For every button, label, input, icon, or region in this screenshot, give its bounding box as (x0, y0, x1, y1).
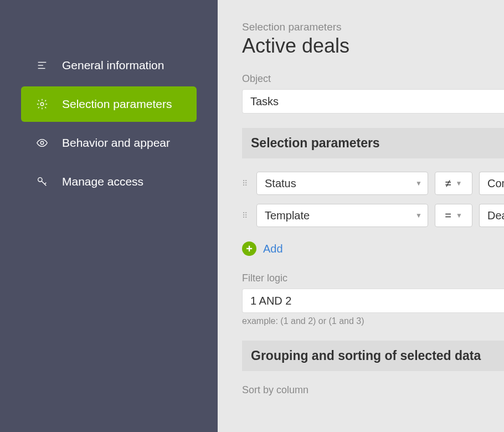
filter-value-text: Deal (487, 209, 504, 222)
filter-logic-hint: example: (1 and 2) or (1 and 3) (242, 316, 504, 326)
drag-handle-icon[interactable]: ⠿ (242, 182, 250, 185)
eye-icon (34, 135, 50, 151)
svg-point-3 (40, 102, 44, 106)
sidebar-item-selection-parameters[interactable]: Selection parameters (21, 86, 197, 122)
caret-down-icon: ▼ (415, 179, 422, 187)
add-filter-label: Add (263, 243, 283, 255)
filter-logic-input[interactable] (242, 289, 504, 313)
svg-point-5 (38, 178, 42, 182)
sort-by-column-label: Sort by column (242, 384, 504, 396)
sidebar-item-label: General information (62, 59, 164, 72)
svg-point-4 (40, 141, 44, 145)
sidebar: General information Selection parameters… (0, 0, 218, 432)
drag-handle-icon[interactable]: ⠿ (242, 214, 250, 217)
filter-value-text: Comp (487, 177, 504, 190)
section-selection-parameters: Selection parameters (242, 128, 504, 158)
filter-field-value: Status (265, 177, 296, 190)
key-icon (34, 174, 50, 189)
filter-field-select[interactable]: Template ▼ (256, 204, 428, 227)
section-grouping-sorting: Grouping and sorting of selected data (242, 341, 504, 371)
breadcrumb: Selection parameters (242, 21, 504, 33)
filter-operator-select[interactable]: = ▼ (435, 204, 472, 227)
caret-down-icon: ▼ (456, 179, 462, 187)
filter-operator-value: ≠ (445, 177, 451, 190)
filter-operator-select[interactable]: ≠ ▼ (435, 172, 472, 195)
sidebar-item-behavior-appear[interactable]: Behavior and appear (21, 125, 197, 161)
filter-value-select[interactable]: Deal (479, 204, 504, 227)
object-label: Object (242, 73, 504, 85)
add-filter-button[interactable]: + Add (242, 241, 504, 256)
list-icon (34, 58, 50, 73)
caret-down-icon: ▼ (456, 212, 462, 219)
filter-row: ⠿ Template ▼ = ▼ Deal (242, 204, 504, 227)
filter-operator-value: = (445, 209, 451, 222)
filter-logic-label: Filter logic (242, 272, 504, 284)
main-content: Selection parameters Active deals Object… (218, 0, 504, 432)
filter-row: ⠿ Status ▼ ≠ ▼ Comp (242, 172, 504, 195)
filter-value-select[interactable]: Comp (479, 172, 504, 195)
sidebar-item-label: Selection parameters (62, 97, 172, 111)
sidebar-item-label: Manage access (62, 175, 143, 188)
sidebar-item-manage-access[interactable]: Manage access (21, 164, 197, 199)
page-title: Active deals (242, 34, 504, 58)
filter-field-value: Template (265, 209, 310, 222)
caret-down-icon: ▼ (415, 212, 422, 219)
object-input[interactable] (242, 89, 504, 114)
sidebar-item-label: Behavior and appear (62, 136, 170, 150)
filter-field-select[interactable]: Status ▼ (256, 172, 428, 195)
plus-circle-icon: + (242, 241, 256, 256)
sidebar-item-general-information[interactable]: General information (21, 48, 197, 83)
gear-icon (34, 96, 50, 112)
